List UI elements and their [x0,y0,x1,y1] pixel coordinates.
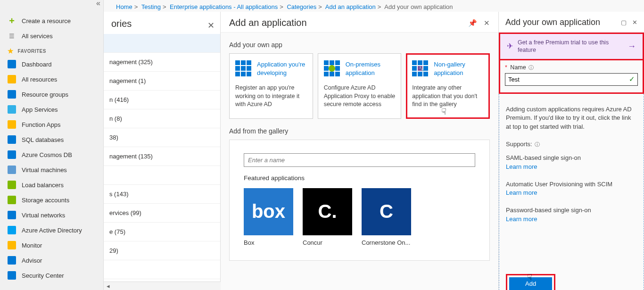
sidebar-item-label: Load balancers [22,182,64,189]
arrow-right-icon[interactable]: → [627,41,636,52]
main-title: Add an application [229,17,307,28]
svg-rect-20 [423,60,428,65]
category-item[interactable]: nagement (135) [104,147,220,166]
sidebar-item-virtual-machines[interactable]: Virtual machines [0,162,103,177]
app-logo: C. [303,188,352,235]
right-title: Add your own application [505,17,600,27]
sidebar-item-resource-groups[interactable]: Resource groups [0,87,103,102]
sidebar-item-advisor[interactable]: Advisor [0,253,103,268]
sidebar-item-label: Virtual machines [22,166,67,174]
tile-desc: Configure Azure AD Application Proxy to … [324,84,396,109]
breadcrumb-testing[interactable]: Testing [141,3,161,10]
service-icon [8,196,16,204]
info-icon[interactable]: ⓘ [535,141,540,147]
close-icon[interactable]: ✕ [632,19,637,26]
service-icon [8,90,16,99]
breadcrumb-add-app[interactable]: Add an application [325,3,376,10]
categories-title: ories [104,12,220,34]
tile-app-developing[interactable]: Application you're developing Register a… [229,53,313,119]
sidebar-item-app-services[interactable]: App Services [0,102,103,117]
close-icon[interactable]: ✕ [484,19,490,27]
category-item[interactable]: nagement (325) [104,53,220,72]
categories-panel: ories ✕ nagement (325)nagement (1)n (416… [104,12,221,290]
category-item[interactable]: ervices (99) [104,204,220,223]
category-item[interactable]: s (143) [104,185,220,204]
sidebar-item-monitor[interactable]: Monitor [0,238,103,253]
sidebar-item-security-center[interactable]: Security Center [0,268,103,283]
learn-more-link[interactable]: Learn more [506,163,637,172]
sidebar-item-virtual-networks[interactable]: Virtual networks [0,207,103,223]
sidebar-create-resource[interactable]: + Create a resource [0,13,103,28]
star-icon: ★ [8,47,14,55]
category-item[interactable]: n (8) [104,109,220,128]
sidebar-item-label: App Services [22,106,58,113]
sidebar-item-label: Function Apps [22,121,60,128]
category-item[interactable]: nagement (1) [104,72,220,91]
tile-link: Application you're developing [257,60,307,77]
sidebar-item-label: Monitor [22,242,42,249]
categories-hscroll[interactable]: ◂ [104,282,221,290]
svg-rect-3 [235,66,240,71]
svg-rect-5 [247,66,251,71]
add-button[interactable]: Add [509,277,552,290]
close-icon[interactable]: ✕ [207,20,215,31]
breadcrumb-home[interactable]: Home [116,3,132,10]
sidebar-item-sql-databases[interactable]: SQL databases [0,132,103,147]
sidebar-item-dashboard[interactable]: Dashboard [0,57,103,72]
breadcrumb-enterprise-apps[interactable]: Enterprise applications - All applicatio… [170,3,278,10]
category-item[interactable]: 38) [104,128,220,147]
learn-more-link[interactable]: Learn more [506,215,637,224]
trial-banner[interactable]: ✈ Get a free Premium trial to use this f… [499,33,644,59]
sidebar-all-services-label: All services [22,33,53,40]
sidebar-item-load-balancers[interactable]: Load balancers [0,177,103,192]
sidebar-all-services[interactable]: ☰ All services [0,28,103,43]
app-card-cornerstone-on-[interactable]: CCornerstone On... [362,188,411,246]
service-icon [8,181,16,189]
app-card-concur[interactable]: C.Concur [303,188,352,246]
service-icon [8,271,16,280]
gallery-search-input[interactable] [244,153,475,167]
service-icon [8,241,16,249]
category-item[interactable] [104,166,220,185]
support-text: Automatic User Provisioning with SCIM [506,180,637,189]
sidebar-item-function-apps[interactable]: Function Apps [0,117,103,132]
svg-rect-26 [418,72,422,76]
svg-rect-7 [241,72,246,76]
category-item[interactable]: 29) [104,241,220,260]
svg-rect-4 [241,66,246,71]
restore-icon[interactable]: ▢ [621,19,627,26]
breadcrumb-categories[interactable]: Categories [287,3,316,10]
learn-more-link[interactable]: Learn more [506,189,637,198]
sidebar-collapse-icon[interactable]: « [96,0,100,8]
sidebar-item-label: Storage accounts [22,197,69,204]
service-icon [8,150,16,159]
svg-point-13 [329,65,335,72]
sidebar-item-storage-accounts[interactable]: Storage accounts [0,192,103,207]
scroll-left-icon[interactable]: ◂ [107,282,110,290]
category-item[interactable]: n (416) [104,91,220,109]
name-input[interactable] [505,73,638,86]
info-icon[interactable]: ⓘ [528,65,534,70]
support-text: Password-based single sign-on [506,206,637,215]
sidebar-item-azure-cosmos-db[interactable]: Azure Cosmos DB [0,147,103,162]
category-item[interactable] [104,34,220,53]
app-logo: C [362,188,411,235]
svg-rect-8 [247,72,251,76]
app-card-box[interactable]: boxBox [244,188,293,246]
tile-on-premises[interactable]: On-premises application Configure Azure … [318,53,402,119]
tiles-wrench-icon: 🔧 [412,60,429,77]
add-own-app-panel: Add your own application ▢ ✕ ✈ Get a fre… [499,12,644,290]
category-item[interactable]: e (75) [104,223,220,241]
support-item: Password-based single sign-onLearn more [506,206,637,224]
tile-non-gallery[interactable]: 🔧 Non-gallery application Integrate any … [406,53,490,119]
service-icon [8,135,16,144]
app-label: Cornerstone On... [362,239,411,246]
category-item[interactable] [104,260,220,279]
svg-rect-12 [324,66,329,71]
service-icon [8,166,16,174]
sidebar-item-all-resources[interactable]: All resources [0,72,103,87]
svg-rect-17 [335,72,340,76]
sidebar-item-azure-active-directory[interactable]: Azure Active Directory [0,223,103,238]
add-application-panel: Add an application 📌 ✕ Add your own app … [221,12,499,290]
pin-icon[interactable]: 📌 [468,19,477,27]
